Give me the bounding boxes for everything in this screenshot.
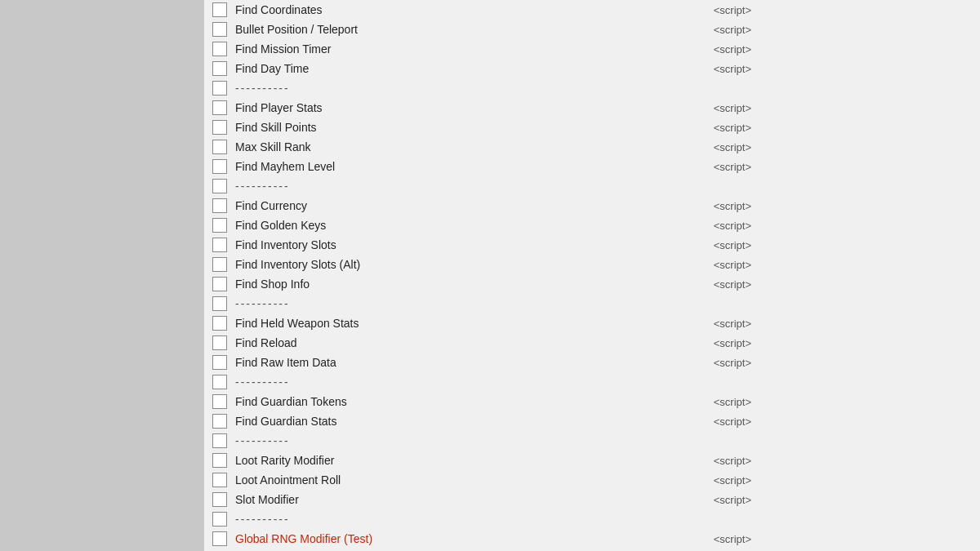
- list-item-20: Find Guardian Tokens<script>: [212, 392, 980, 411]
- checkbox-5[interactable]: [212, 100, 227, 115]
- item-label-20: Find Guardian Tokens: [235, 395, 714, 408]
- item-label-25: Slot Modifier: [235, 493, 714, 506]
- list-item-18: Find Raw Item Data<script>: [212, 353, 980, 372]
- checkbox-27[interactable]: [212, 531, 227, 546]
- item-label-21: Find Guardian Stats: [235, 415, 714, 428]
- script-tag-11: <script>: [714, 220, 751, 232]
- list-item-27: Global RNG Modifier (Test)<script>: [212, 529, 980, 549]
- checkbox-24[interactable]: [212, 473, 227, 487]
- separator-checkbox-9[interactable]: [212, 179, 227, 193]
- checkbox-1[interactable]: [212, 22, 227, 37]
- list-item-0: Find Coordinates<script>: [212, 0, 980, 20]
- list-item-17: Find Reload<script>: [212, 333, 980, 353]
- item-label-5: Find Player Stats: [235, 101, 714, 114]
- item-label-12: Find Inventory Slots: [235, 238, 714, 251]
- list-item-16: Find Held Weapon Stats<script>: [212, 313, 980, 333]
- separator-15: ----------: [212, 294, 980, 313]
- checkbox-17[interactable]: [212, 335, 227, 350]
- separator-checkbox-15[interactable]: [212, 296, 227, 311]
- list-item-5: Find Player Stats<script>: [212, 98, 980, 118]
- script-tag-14: <script>: [714, 278, 751, 291]
- separator-dash-9: ----------: [235, 180, 290, 193]
- script-tag-18: <script>: [714, 357, 751, 369]
- list-area: Find Coordinates<script>Bullet Position …: [212, 0, 980, 549]
- checkbox-25[interactable]: [212, 492, 227, 507]
- separator-checkbox-19[interactable]: [212, 375, 227, 389]
- checkbox-13[interactable]: [212, 257, 227, 272]
- separator-dash-26: ----------: [235, 513, 290, 526]
- script-tag-2: <script>: [714, 43, 751, 56]
- list-item-1: Bullet Position / Teleport<script>: [212, 20, 980, 39]
- checkbox-8[interactable]: [212, 159, 227, 174]
- item-label-10: Find Currency: [235, 199, 714, 212]
- list-item-3: Find Day Time<script>: [212, 59, 980, 78]
- list-item-11: Find Golden Keys<script>: [212, 216, 980, 235]
- separator-dash-15: ----------: [235, 297, 290, 310]
- separator-checkbox-4[interactable]: [212, 81, 227, 96]
- item-label-7: Max Skill Rank: [235, 140, 714, 153]
- separator-dash-22: ----------: [235, 434, 290, 447]
- script-tag-20: <script>: [714, 396, 751, 408]
- item-label-6: Find Skill Points: [235, 121, 714, 134]
- item-label-23: Loot Rarity Modifier: [235, 454, 714, 467]
- item-label-14: Find Shop Info: [235, 278, 714, 291]
- list-item-10: Find Currency<script>: [212, 196, 980, 216]
- list-item-25: Slot Modifier<script>: [212, 490, 980, 509]
- checkbox-7[interactable]: [212, 140, 227, 154]
- checkbox-21[interactable]: [212, 414, 227, 429]
- script-tag-23: <script>: [714, 455, 751, 467]
- checkbox-11[interactable]: [212, 218, 227, 233]
- script-tag-13: <script>: [714, 259, 751, 271]
- separator-checkbox-22[interactable]: [212, 433, 227, 448]
- script-tag-24: <script>: [714, 474, 751, 487]
- main-container: Find Coordinates<script>Bullet Position …: [0, 0, 980, 551]
- checkbox-18[interactable]: [212, 355, 227, 370]
- item-label-13: Find Inventory Slots (Alt): [235, 258, 714, 271]
- item-label-2: Find Mission Timer: [235, 42, 714, 56]
- separator-checkbox-26[interactable]: [212, 512, 227, 527]
- checkbox-2[interactable]: [212, 42, 227, 56]
- list-item-13: Find Inventory Slots (Alt)<script>: [212, 255, 980, 274]
- separator-26: ----------: [212, 509, 980, 529]
- script-tag-27: <script>: [714, 533, 751, 545]
- checkbox-23[interactable]: [212, 453, 227, 468]
- left-panel: [0, 0, 204, 551]
- checkbox-10[interactable]: [212, 198, 227, 213]
- checkbox-12[interactable]: [212, 238, 227, 252]
- script-tag-0: <script>: [714, 4, 751, 16]
- list-item-2: Find Mission Timer<script>: [212, 39, 980, 59]
- list-item-6: Find Skill Points<script>: [212, 118, 980, 137]
- checkbox-6[interactable]: [212, 120, 227, 135]
- script-tag-5: <script>: [714, 102, 751, 114]
- list-item-14: Find Shop Info<script>: [212, 274, 980, 294]
- item-label-1: Bullet Position / Teleport: [235, 23, 714, 36]
- list-item-8: Find Mayhem Level<script>: [212, 157, 980, 176]
- separator-dash-19: ----------: [235, 375, 290, 389]
- list-item-21: Find Guardian Stats<script>: [212, 411, 980, 431]
- checkbox-20[interactable]: [212, 394, 227, 409]
- item-label-3: Find Day Time: [235, 62, 714, 75]
- list-item-23: Loot Rarity Modifier<script>: [212, 451, 980, 470]
- list-item-24: Loot Anointment Roll<script>: [212, 470, 980, 490]
- item-label-24: Loot Anointment Roll: [235, 473, 714, 487]
- item-label-27: Global RNG Modifier (Test): [235, 532, 714, 545]
- checkbox-0[interactable]: [212, 2, 227, 17]
- checkbox-14[interactable]: [212, 277, 227, 291]
- checkbox-16[interactable]: [212, 316, 227, 331]
- script-tag-3: <script>: [714, 63, 751, 75]
- script-tag-6: <script>: [714, 122, 751, 134]
- checkbox-3[interactable]: [212, 61, 227, 76]
- item-label-0: Find Coordinates: [235, 3, 714, 16]
- script-tag-7: <script>: [714, 141, 751, 153]
- script-tag-8: <script>: [714, 161, 751, 173]
- item-label-18: Find Raw Item Data: [235, 356, 714, 369]
- script-tag-1: <script>: [714, 24, 751, 36]
- script-tag-25: <script>: [714, 494, 751, 506]
- list-item-7: Max Skill Rank<script>: [212, 137, 980, 157]
- separator-19: ----------: [212, 372, 980, 392]
- script-tag-10: <script>: [714, 200, 751, 212]
- script-tag-12: <script>: [714, 239, 751, 251]
- script-tag-21: <script>: [714, 415, 751, 428]
- item-label-16: Find Held Weapon Stats: [235, 317, 714, 330]
- item-label-17: Find Reload: [235, 336, 714, 349]
